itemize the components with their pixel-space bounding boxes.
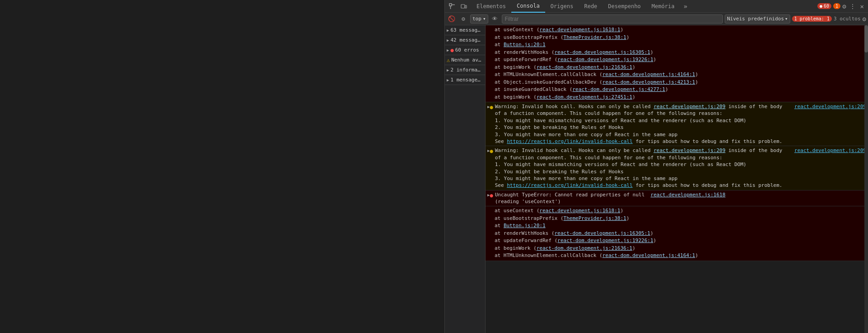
log-entry-warning-2: ▶ ● Warning: Invalid hook call. Hooks ca… <box>486 146 868 190</box>
filter-input[interactable] <box>502 14 723 24</box>
file-link[interactable]: Button.js:20:1 <box>504 42 546 48</box>
file-link[interactable]: ThemeProvider.js:38:1 <box>563 34 626 40</box>
svg-rect-3 <box>461 5 465 8</box>
log-content-warning-2: Warning: Invalid hook call. Hooks can on… <box>495 147 791 189</box>
file-link[interactable]: react-dom.development.js:21636:1 <box>537 64 632 70</box>
stack-line: at HTMLUnknownElement.callCallback (reac… <box>487 252 866 260</box>
msg-group-3[interactable]: ⚠ Nenhum avi... <box>445 55 485 65</box>
file-link-warning-1[interactable]: react.development.js:209 <box>654 104 726 109</box>
msg-group-2[interactable]: ▶ ● 60 erros <box>445 45 485 55</box>
log-source-warning-1[interactable]: react.development.js:209 <box>791 103 866 110</box>
expand-arrow-2: ▶ <box>447 48 449 52</box>
message-sidebar: ▶ 63 message... ▶ 42 message... ▶ ● 60 e… <box>445 25 486 333</box>
help-link-2[interactable]: https://reactjs.org/link/invalid-hook-ca… <box>507 182 632 188</box>
msg-group-4[interactable]: ▶ 2 informaçõ... <box>445 65 485 75</box>
console-log[interactable]: at useContext (react.development.js:1618… <box>486 25 868 333</box>
warning-count-badge[interactable]: 1 <box>833 3 840 9</box>
settings-button[interactable]: ⚙ <box>842 3 846 10</box>
tabs-overflow-button[interactable]: » <box>680 3 691 10</box>
expand-arrow-1: ▶ <box>447 38 449 43</box>
file-link[interactable]: react-dom.development.js:19226:1 <box>557 238 653 243</box>
stack-line: at beginWork (react-dom.development.js:2… <box>487 94 866 101</box>
warn-icon-3: ⚠ <box>447 57 450 63</box>
file-link[interactable]: react.development.js:1618:1 <box>539 208 620 214</box>
file-link[interactable]: react-dom.development.js:19226:1 <box>557 57 653 62</box>
log-entry-warning-1: ▶ ● Warning: Invalid hook call. Hooks ca… <box>486 102 868 146</box>
msg-label-0: 63 message... <box>450 27 483 33</box>
tabs-container: Elementos Consola Origens Rede Desempenh… <box>471 0 817 13</box>
stack-line: at invokeGuardedCallback (react-dom.deve… <box>487 86 866 94</box>
close-devtools-button[interactable]: ✕ <box>859 3 865 10</box>
stack-line: at useContext (react.development.js:1618… <box>487 207 866 215</box>
console-body: ▶ 63 message... ▶ 42 message... ▶ ● 60 e… <box>445 25 868 333</box>
levels-selector[interactable]: Níveis predefinidos ▾ <box>725 14 790 24</box>
stack-line: at beginWork (react-dom.development.js:2… <box>487 245 866 252</box>
problem-badge: 1 problema: 1 <box>792 16 832 22</box>
log-content-stack-1: at useContext (react.development.js:1618… <box>487 26 866 101</box>
tab-origens[interactable]: Origens <box>545 0 579 13</box>
file-link[interactable]: ThemeProvider.js:38:1 <box>563 215 626 221</box>
log-entry-stack-1: at useContext (react.development.js:1618… <box>486 25 868 102</box>
stack-line: at updateForwardRef (react-dom.developme… <box>487 237 866 245</box>
stack-line: at updateForwardRef (react-dom.developme… <box>487 56 866 64</box>
file-link[interactable]: react-dom.development.js:21636:1 <box>537 245 632 251</box>
device-toolbar-button[interactable] <box>458 1 469 12</box>
console-scrollbar-thumb[interactable] <box>864 25 868 52</box>
tab-consola[interactable]: Consola <box>511 0 545 13</box>
tab-desempenho[interactable]: Desempenho <box>603 0 646 13</box>
svg-rect-0 <box>449 4 452 6</box>
msg-label-3: Nenhum avi... <box>451 57 483 63</box>
msg-label-1: 42 message... <box>450 37 483 43</box>
devtools-tab-bar: Elementos Consola Origens Rede Desempenh… <box>445 0 868 13</box>
file-link[interactable]: react-dom.development.js:16305:1 <box>554 230 650 236</box>
msg-group-0[interactable]: ▶ 63 message... <box>445 25 485 35</box>
warning-icon-1: ● <box>490 104 493 111</box>
stack-line: at Object.invokeGuardedCallbackDev (reac… <box>487 79 866 86</box>
browser-content <box>0 0 444 333</box>
devtools-panel: Elementos Consola Origens Rede Desempenh… <box>444 0 868 333</box>
help-link-1[interactable]: https://reactjs.org/link/invalid-hook-ca… <box>507 138 632 144</box>
hidden-count-badge: 3 ocultos <box>834 16 861 22</box>
msg-label-5: 1 mensage... <box>450 77 483 83</box>
expand-arrow-0: ▶ <box>447 28 449 33</box>
error-icon-1: ● <box>490 192 493 200</box>
msg-group-1[interactable]: ▶ 42 message... <box>445 35 485 45</box>
stack-line: at beginWork (react-dom.development.js:2… <box>487 64 866 71</box>
svg-rect-4 <box>465 5 467 8</box>
tab-elementos[interactable]: Elementos <box>471 0 511 13</box>
console-settings-button[interactable]: ⚙ <box>458 14 468 24</box>
tab-memoria[interactable]: Memória <box>646 0 680 13</box>
stack-line: at useBootstrapPrefix (ThemeProvider.js:… <box>487 34 866 42</box>
console-scrollbar-track[interactable] <box>864 25 868 333</box>
inspect-element-button[interactable] <box>447 1 458 12</box>
file-link-error-1[interactable]: react.development.js:1618 <box>651 192 726 198</box>
stack-line: at useContext (react.development.js:1618… <box>487 26 866 34</box>
file-link[interactable]: react-dom.development.js:4213:1 <box>602 79 695 85</box>
msg-group-5[interactable]: ▶ 1 mensage... <box>445 75 485 85</box>
more-menu-button[interactable]: ⋮ <box>848 3 857 10</box>
context-selector[interactable]: top ▾ <box>470 14 488 24</box>
file-link-warning-2[interactable]: react.development.js:209 <box>654 147 726 153</box>
log-source-warning-2[interactable]: react.development.js:209 <box>791 147 866 154</box>
stack-line: at Button.js:20:1 <box>487 222 866 230</box>
eye-button[interactable]: 👁 <box>490 14 500 24</box>
file-link[interactable]: react-dom.development.js:4277:1 <box>572 86 665 92</box>
warning-icon-2: ● <box>490 147 493 155</box>
log-content-stack-2: at useContext (react.development.js:1618… <box>487 207 866 260</box>
console-gear-button[interactable]: ⚙ <box>863 15 866 23</box>
toolbar-right: ● 60 1 ⚙ ⋮ ✕ <box>817 3 868 10</box>
toolbar-left-icons <box>445 1 471 12</box>
msg-label-2: 60 erros <box>455 47 479 53</box>
error-count-badge[interactable]: ● 60 <box>817 3 831 9</box>
clear-console-button[interactable]: 🚫 <box>447 14 457 24</box>
stack-line: at useBootstrapPrefix (ThemeProvider.js:… <box>487 215 866 223</box>
tab-rede[interactable]: Rede <box>579 0 603 13</box>
log-entry-stack-2: at useContext (react.development.js:1618… <box>486 206 868 261</box>
expand-arrow-5: ▶ <box>447 78 449 82</box>
file-link[interactable]: Button.js:20:1 <box>504 223 546 228</box>
file-link[interactable]: react.development.js:1618:1 <box>539 27 620 33</box>
file-link[interactable]: react-dom.development.js:4164:1 <box>602 71 695 77</box>
file-link[interactable]: react-dom.development.js:27451:1 <box>537 94 632 100</box>
file-link[interactable]: react-dom.development.js:16305:1 <box>554 49 650 55</box>
file-link[interactable]: react-dom.development.js:4164:1 <box>602 252 695 258</box>
